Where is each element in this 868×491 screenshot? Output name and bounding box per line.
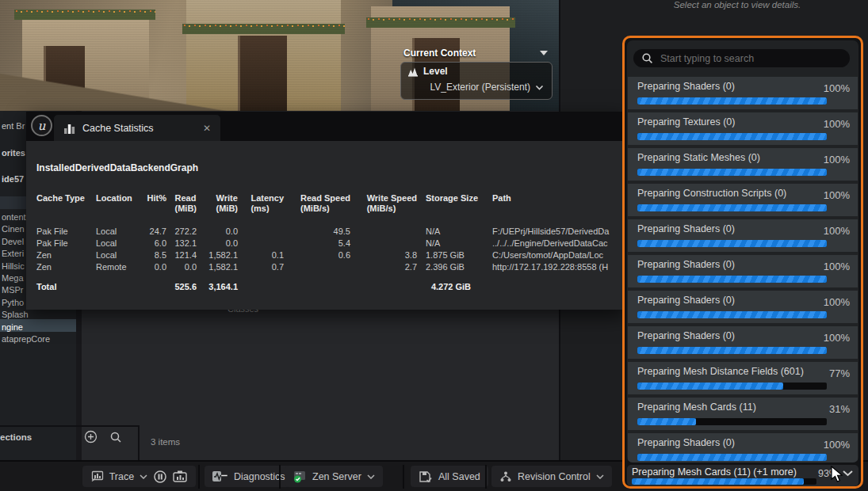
level-select[interactable]: LV_Exterior (Persistent) bbox=[407, 82, 545, 93]
caret-down-icon bbox=[540, 51, 548, 55]
trace-button[interactable]: Trace bbox=[82, 466, 196, 487]
all-saved-button[interactable]: All Saved bbox=[411, 466, 488, 487]
footer-task-percent: 93% bbox=[818, 468, 838, 479]
current-context-overlay: Current Context Level LV_Exterior (Persi… bbox=[400, 46, 553, 100]
cell-read-speed: 5.4 bbox=[284, 238, 350, 249]
task-percent: 100% bbox=[815, 332, 850, 344]
table-row: Zen Remote 0.0 0.0 1,582.1 0.7 2.7 2.396… bbox=[36, 261, 626, 273]
cell-write: 0.0 bbox=[197, 226, 238, 238]
tree-item[interactable]: ataprepCore bbox=[2, 333, 50, 345]
column-header: Hit% bbox=[142, 193, 166, 214]
column-header: Write(MiB) bbox=[197, 193, 238, 214]
task-progress-track bbox=[637, 347, 827, 354]
cell-location: Local bbox=[96, 226, 142, 238]
task-percent: 100% bbox=[815, 225, 850, 237]
task-progress-track bbox=[637, 204, 827, 211]
status-bar-progress-summary[interactable]: Preparing Mesh Cards (11) (+1 more) 93% bbox=[627, 465, 858, 486]
task-label: Preparing Mesh Distance Fields (601) bbox=[637, 366, 804, 377]
tree-item[interactable]: ngine bbox=[2, 322, 50, 333]
save-check-icon bbox=[419, 470, 433, 483]
cell-read: 132.1 bbox=[166, 238, 197, 249]
task-progress-fill bbox=[637, 169, 827, 176]
chevron-down-icon[interactable] bbox=[842, 470, 854, 477]
trace-icon bbox=[90, 470, 104, 482]
task-row[interactable]: Preparing Shaders (0) 100% bbox=[628, 433, 858, 462]
task-row[interactable]: Preparing Shaders (0) 100% bbox=[628, 326, 858, 359]
status-divider bbox=[485, 465, 487, 489]
task-progress-fill bbox=[637, 97, 827, 105]
tree-item[interactable]: Splash bbox=[2, 309, 50, 321]
task-row[interactable]: Preparing Mesh Cards (11) 31% bbox=[628, 398, 858, 430]
status-divider bbox=[279, 465, 281, 489]
trace-pause-button[interactable] bbox=[153, 470, 167, 484]
task-percent: 100% bbox=[815, 154, 850, 166]
table-total-row: Total 525.6 3,164.1 4.272 GiB bbox=[36, 281, 626, 293]
task-percent: 100% bbox=[815, 296, 850, 308]
cell-latency: 0.1 bbox=[238, 249, 284, 261]
task-row[interactable]: Preparing Construction Scripts (0) 100% bbox=[628, 184, 858, 216]
zen-server-button[interactable]: Zen Server bbox=[285, 466, 383, 487]
add-collection-button[interactable] bbox=[84, 430, 98, 443]
favorites-fragment[interactable]: orites bbox=[2, 148, 25, 158]
trace-snapshot-button[interactable] bbox=[173, 470, 188, 483]
cell-location: Remote bbox=[96, 261, 142, 273]
footer-progress-fill bbox=[632, 478, 804, 485]
collections-search-button[interactable] bbox=[109, 431, 122, 443]
cell-write: 1,582.1 bbox=[197, 261, 238, 273]
task-row[interactable]: Preparing Shaders (0) 100% bbox=[628, 291, 858, 323]
current-context-header[interactable]: Current Context bbox=[400, 46, 553, 62]
task-row[interactable]: Preparing Shaders (0) 100% bbox=[628, 255, 858, 287]
column-header: Read Speed(MiB/s) bbox=[284, 193, 350, 214]
task-label: Preparing Shaders (0) bbox=[637, 295, 735, 306]
cell-latency bbox=[238, 226, 284, 238]
cell-write: 0.0 bbox=[197, 238, 238, 249]
column-header: Write Speed(MiB/s) bbox=[350, 193, 417, 214]
chevron-down-icon bbox=[596, 474, 604, 479]
task-row[interactable]: Preparing Shaders (0) 100% bbox=[628, 77, 858, 109]
cell-storage: 1.875 GiB bbox=[417, 249, 485, 261]
tab-cache-statistics[interactable]: Cache Statistics ✕ bbox=[54, 115, 220, 141]
cell-write: 1,582.1 bbox=[197, 249, 238, 261]
task-progress-fill bbox=[637, 204, 827, 211]
level-viewport[interactable]: Current Context Level LV_Exterior (Persi… bbox=[0, 0, 559, 111]
collections-fragment: ections bbox=[0, 432, 32, 442]
plus-circle-icon bbox=[84, 430, 98, 443]
task-label: Preparing Shaders (0) bbox=[637, 259, 735, 270]
cell-cache-type: Pak File bbox=[36, 226, 96, 238]
chevron-down-icon bbox=[367, 474, 375, 479]
task-percent: 31% bbox=[815, 403, 850, 415]
revision-control-button[interactable]: Revision Control bbox=[491, 466, 612, 487]
cell-hit: 24.7 bbox=[142, 226, 166, 238]
search-input[interactable] bbox=[659, 52, 842, 65]
task-row[interactable]: Preparing Mesh Distance Fields (601) 77% bbox=[628, 362, 858, 394]
task-label: Preparing Shaders (0) bbox=[637, 330, 735, 341]
task-search-bar[interactable] bbox=[633, 49, 850, 67]
cell-write-speed: 2.7 bbox=[350, 261, 417, 273]
table-body: Pak File Local 24.7 272.2 0.0 49.5 N/A F… bbox=[36, 226, 626, 273]
column-header: Read(MiB) bbox=[166, 193, 197, 214]
task-row[interactable]: Preparing Static Meshes (0) 100% bbox=[628, 148, 858, 181]
unreal-editor-root: Current Context Level LV_Exterior (Persi… bbox=[0, 0, 868, 491]
level-row: Level bbox=[407, 66, 545, 77]
content-browser-tab-fragment[interactable]: ent Br bbox=[2, 121, 25, 131]
close-icon[interactable]: ✕ bbox=[201, 123, 212, 134]
task-progress-fill bbox=[637, 418, 696, 425]
task-percent: 100% bbox=[815, 189, 850, 201]
task-row[interactable]: Preparing Textures (0) 100% bbox=[628, 112, 858, 145]
cell-read: 272.2 bbox=[166, 226, 197, 238]
task-label: Preparing Static Meshes (0) bbox=[637, 152, 760, 163]
task-progress-track bbox=[637, 418, 827, 425]
collections-vertical-divider bbox=[138, 425, 140, 460]
cell-cache-type: Pak File bbox=[36, 238, 96, 249]
table-row: Zen Local 8.5 121.4 1,582.1 0.1 0.6 3.8 … bbox=[36, 249, 626, 261]
trace-label: Trace bbox=[109, 471, 135, 482]
window-titlebar[interactable]: u Cache Statistics ✕ bbox=[26, 112, 626, 141]
project-root-fragment[interactable]: ide57 bbox=[2, 174, 24, 184]
task-progress-track bbox=[637, 97, 827, 105]
current-context-label: Current Context bbox=[403, 48, 476, 59]
task-label: Preparing Construction Scripts (0) bbox=[637, 188, 786, 199]
column-header: Cache Type bbox=[36, 193, 96, 214]
task-label: Preparing Shaders (0) bbox=[637, 81, 735, 92]
task-progress-track bbox=[637, 383, 827, 390]
task-row[interactable]: Preparing Shaders (0) 100% bbox=[628, 219, 858, 252]
